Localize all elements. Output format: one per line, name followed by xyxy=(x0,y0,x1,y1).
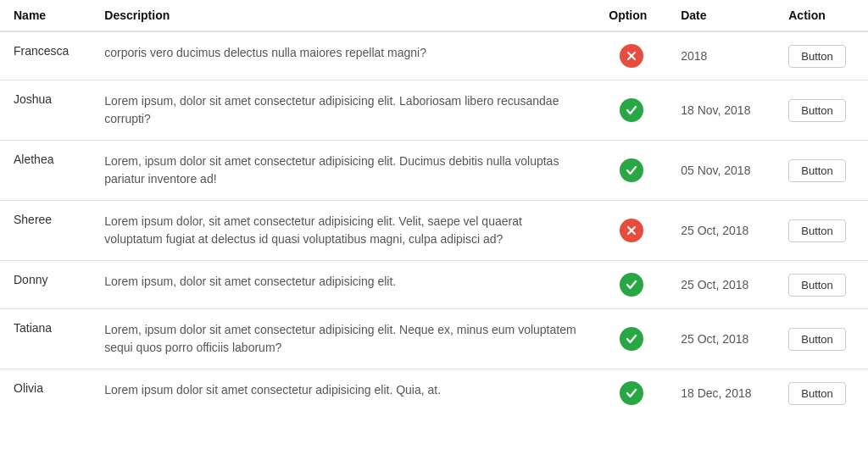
action-button[interactable]: Button xyxy=(788,328,846,351)
cell-name: Sheree xyxy=(0,201,91,261)
cell-description: Lorem ipsum dolor sit amet consectetur a… xyxy=(91,369,595,418)
table-row: ShereeLorem ipsum dolor, sit amet consec… xyxy=(0,201,868,261)
cell-action: Button xyxy=(775,201,868,261)
table-row: TatianaLorem, ipsum dolor sit amet conse… xyxy=(0,309,868,369)
cell-name: Alethea xyxy=(0,141,91,201)
cell-name: Tatiana xyxy=(0,309,91,369)
header-action: Action xyxy=(775,0,868,31)
cell-option xyxy=(595,369,667,418)
cell-description: Lorem, ipsum dolor sit amet consectetur … xyxy=(91,309,595,369)
header-date: Date xyxy=(667,0,775,31)
action-button[interactable]: Button xyxy=(788,382,846,405)
cell-option xyxy=(595,201,667,261)
cell-action: Button xyxy=(775,141,868,201)
cell-name: Francesca xyxy=(0,31,91,80)
cell-description: corporis vero ducimus delectus nulla mai… xyxy=(91,31,595,80)
cell-option xyxy=(595,80,667,141)
table-row: JoshuaLorem ipsum, dolor sit amet consec… xyxy=(0,80,868,141)
cell-option xyxy=(595,31,667,80)
cross-icon xyxy=(620,44,643,68)
cell-date: 2018 xyxy=(667,31,775,80)
cell-action: Button xyxy=(775,309,868,369)
cell-option xyxy=(595,261,667,309)
table-row: OliviaLorem ipsum dolor sit amet consect… xyxy=(0,369,868,418)
cell-action: Button xyxy=(775,369,868,418)
cell-name: Olivia xyxy=(0,369,91,418)
cell-name: Joshua xyxy=(0,80,91,141)
cell-name: Donny xyxy=(0,261,91,309)
action-button[interactable]: Button xyxy=(788,159,846,182)
cell-description: Lorem ipsum, dolor sit amet consectetur … xyxy=(91,261,595,309)
table-row: DonnyLorem ipsum, dolor sit amet consect… xyxy=(0,261,868,309)
check-icon xyxy=(620,273,643,297)
cell-date: 18 Nov, 2018 xyxy=(667,80,775,141)
cell-date: 25 Oct, 2018 xyxy=(667,201,775,261)
cell-date: 18 Dec, 2018 xyxy=(667,369,775,418)
data-table: Name Description Option Date Action Fran… xyxy=(0,0,868,417)
header-name: Name xyxy=(0,0,91,31)
check-icon xyxy=(620,98,643,122)
cell-date: 25 Oct, 2018 xyxy=(667,261,775,309)
table-header-row: Name Description Option Date Action xyxy=(0,0,868,31)
cell-option xyxy=(595,141,667,201)
table-row: AletheaLorem, ipsum dolor sit amet conse… xyxy=(0,141,868,201)
action-button[interactable]: Button xyxy=(788,45,846,68)
check-icon xyxy=(620,327,643,351)
cross-icon xyxy=(620,219,643,242)
action-button[interactable]: Button xyxy=(788,99,846,122)
cell-description: Lorem ipsum dolor, sit amet consectetur … xyxy=(91,201,595,261)
cell-action: Button xyxy=(775,80,868,141)
cell-description: Lorem ipsum, dolor sit amet consectetur … xyxy=(91,80,595,141)
check-icon xyxy=(620,381,643,405)
cell-option xyxy=(595,309,667,369)
table-row: Francescacorporis vero ducimus delectus … xyxy=(0,31,868,80)
cell-date: 05 Nov, 2018 xyxy=(667,141,775,201)
cell-action: Button xyxy=(775,31,868,80)
cell-description: Lorem, ipsum dolor sit amet consectetur … xyxy=(91,141,595,201)
cell-action: Button xyxy=(775,261,868,309)
action-button[interactable]: Button xyxy=(788,274,846,297)
header-description: Description xyxy=(91,0,595,31)
header-option: Option xyxy=(595,0,667,31)
cell-date: 25 Oct, 2018 xyxy=(667,309,775,369)
check-icon xyxy=(620,158,643,182)
action-button[interactable]: Button xyxy=(788,219,846,242)
